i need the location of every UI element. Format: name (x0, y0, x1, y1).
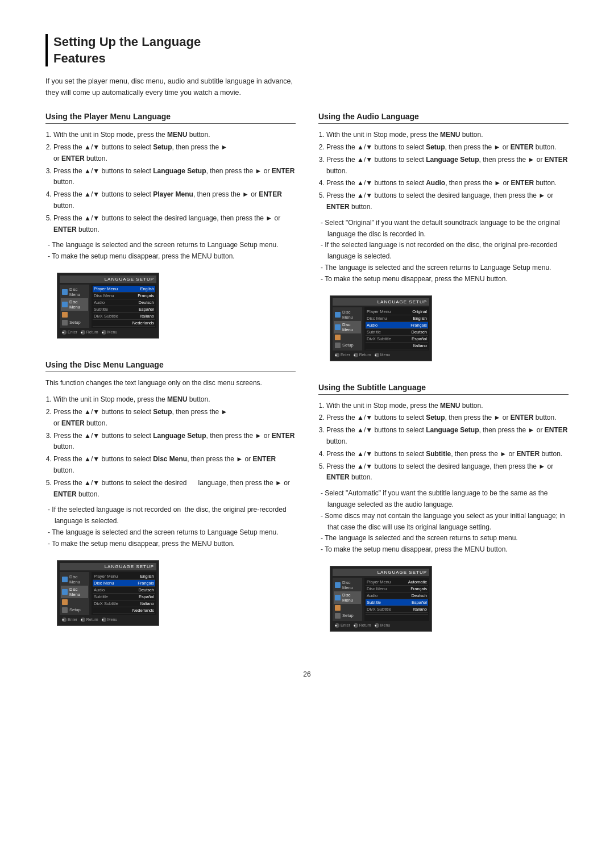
step-1: With the unit in Stop mode, press the ME… (53, 130, 296, 141)
step-5: Press the ▲/▼ buttons to select the desi… (53, 213, 296, 236)
screen-header-3: LANGUAGE SETUP (333, 298, 429, 306)
audio-step-3: Press the ▲/▼ buttons to select Language… (326, 155, 569, 177)
player-menu-notes: The language is selected and the screen … (48, 240, 296, 262)
screen-left-4: Disc Menu Disc Menu Setup (333, 578, 362, 621)
btn-menu-1: ● Menu (102, 330, 118, 335)
section-disc-menu: Using the Disc Menu Language This functi… (45, 360, 296, 632)
sub-step-1: With the unit in Stop mode, press the ME… (326, 400, 569, 412)
left-item-3-4: Setup (334, 341, 361, 349)
disc-note-3: To make the setup menu disappear, press … (48, 539, 296, 550)
disc-menu-steps: With the unit in Stop mode, press the ME… (53, 394, 296, 500)
btn-enter-2: ● Enter (62, 617, 77, 622)
disc-menu-screen: LANGUAGE SETUP Disc Menu Disc Menu Setup… (57, 560, 159, 626)
screen-body-4: Disc Menu Disc Menu Setup Player MenuAut… (333, 578, 429, 621)
note-2: To make the setup menu disappear, press … (48, 251, 296, 262)
disc-screen-row-1: Player MenuEnglish (93, 573, 155, 580)
sub-step-2: Press the ▲/▼ buttons to select Setup, t… (326, 412, 569, 424)
sub-note-3: The language is selected and the screen … (321, 533, 569, 544)
player-menu-screen: LANGUAGE SETUP Disc Menu Disc Menu Setup… (57, 273, 159, 339)
screen-row-2: Disc MenuFrançais (93, 293, 155, 299)
screen-row-4: SubtitleEspañol (93, 306, 155, 313)
screen-footer-1: ● Enter ● Return ● Menu (60, 329, 156, 336)
sub-screen-row-6 (366, 613, 428, 615)
disc-step-1: With the unit in Stop mode, press the ME… (53, 394, 296, 406)
page-container: Setting Up the Language Features If you … (45, 34, 569, 678)
disc-note-2: The language is selected and the screen … (48, 527, 296, 539)
screen-body-1: Disc Menu Disc Menu Setup Player MenuEng… (60, 285, 156, 328)
screen-left-2: Disc Menu Disc Menu Setup (60, 572, 89, 615)
screen-right-1: Player MenuEnglish Disc MenuFrançais Aud… (92, 285, 156, 328)
btn-menu-2: ● Menu (102, 617, 118, 622)
two-col-layout: Using the Player Menu Language With the … (45, 112, 569, 653)
left-item-setup: Setup (61, 319, 88, 327)
disc-screen-row-3: AudioDeutsch (93, 587, 155, 594)
btn-return-1: ● Return (81, 330, 98, 335)
left-item-2-1: Disc Menu (61, 573, 88, 586)
audio-screen-row-5: DivX SubtitleEspañol (366, 336, 428, 343)
left-item-disc-menu-2: Disc Menu (61, 298, 88, 311)
left-item-3-1: Disc Menu (334, 308, 361, 321)
disc-screen-row-4: SubtitleEspañol (93, 594, 155, 600)
btn-menu-4: ● Menu (375, 623, 391, 628)
subtitle-notes: Select "Automatic" if you want the subti… (321, 488, 569, 556)
screen-footer-3: ● Enter ● Return ● Menu (333, 352, 429, 358)
audio-step-4: Press the ▲/▼ buttons to select Audio, t… (326, 178, 569, 189)
step-2: Press the ▲/▼ buttons to select Setup, t… (53, 142, 296, 165)
sub-note-2: Some discs may not contain the language … (321, 511, 569, 533)
section-disc-menu-title: Using the Disc Menu Language (45, 360, 296, 372)
sub-step-4: Press the ▲/▼ buttons to select Subtitle… (326, 449, 569, 460)
screen-header-2: LANGUAGE SETUP (60, 563, 156, 570)
left-item-4-1: Disc Menu (334, 579, 361, 591)
audio-step-1: With the unit in Stop mode, press the ME… (326, 130, 569, 141)
screen-row-5: DivX SubtitleItaliano (93, 313, 155, 320)
section-audio: Using the Audio Language With the unit i… (318, 112, 569, 366)
audio-steps: With the unit in Stop mode, press the ME… (326, 130, 569, 213)
left-item-3-2: Disc Menu (334, 321, 361, 333)
player-menu-steps: With the unit in Stop mode, press the ME… (53, 130, 296, 235)
section-audio-title: Using the Audio Language (318, 112, 569, 124)
screen-header-1: LANGUAGE SETUP (60, 276, 156, 283)
screen-left-3: Disc Menu Disc Menu Setup (333, 307, 362, 350)
section-subtitle-title: Using the Subtitle Language (318, 383, 569, 395)
btn-return-2: ● Return (81, 617, 98, 622)
left-column: Using the Player Menu Language With the … (45, 112, 296, 653)
audio-screen: LANGUAGE SETUP Disc Menu Disc Menu Setup… (330, 295, 432, 361)
screen-footer-2: ● Enter ● Return ● Menu (60, 616, 156, 623)
page-title: Setting Up the Language Features (45, 34, 569, 66)
sub-screen-row-4: SubtitleEspañol (366, 599, 428, 606)
disc-step-2: Press the ▲/▼ buttons to select Setup, t… (53, 407, 296, 429)
subtitle-steps: With the unit in Stop mode, press the ME… (326, 400, 569, 484)
page-number: 26 (45, 670, 569, 678)
audio-screen-row-2: Disc MenuEnglish (366, 315, 428, 322)
btn-return-3: ● Return (354, 353, 371, 357)
btn-enter-1: ● Enter (62, 330, 77, 335)
sub-step-5: Press the ▲/▼ buttons to select the desi… (326, 461, 569, 484)
btn-enter-4: ● Enter (335, 623, 350, 628)
audio-screen-row-3: AudioFrançais (366, 322, 428, 329)
sub-screen-row-2: Disc MenuFrançais (366, 586, 428, 592)
disc-menu-notes: If the selected language is not recorded… (48, 504, 296, 549)
audio-note-3: The language is selected and the screen … (321, 262, 569, 274)
section-player-menu: Using the Player Menu Language With the … (45, 112, 296, 344)
audio-step-5: Press the ▲/▼ buttons to select the desi… (326, 190, 569, 213)
screen-right-3: Player MenuOriginal Disc MenuEnglish Aud… (364, 307, 429, 350)
step-3: Press the ▲/▼ buttons to select Language… (53, 166, 296, 189)
audio-note-4: To make the setup menu disappear, press … (321, 274, 569, 285)
screen-row-6: Nederlands (93, 320, 155, 327)
audio-note-2: If the selected language is not recorded… (321, 240, 569, 262)
sub-screen-row-3: AudioDeutsch (366, 592, 428, 599)
left-item-4-2: Disc Menu (334, 591, 361, 604)
section-subtitle: Using the Subtitle Language With the uni… (318, 383, 569, 637)
sub-screen-row-1: Player MenuAutomatic (366, 579, 428, 586)
disc-step-4: Press the ▲/▼ buttons to select Disc Men… (53, 454, 296, 477)
note-1: The language is selected and the screen … (48, 240, 296, 251)
left-item-2-2: Disc Menu (61, 586, 88, 598)
screen-left-1: Disc Menu Disc Menu Setup (60, 285, 89, 328)
intro-text: If you set the player menu, disc menu, a… (45, 76, 296, 98)
audio-notes: Select "Original" if you want the defaul… (321, 218, 569, 285)
sub-note-1: Select "Automatic" if you want the subti… (321, 488, 569, 511)
left-item-4-4: Setup (334, 612, 361, 620)
left-item-audio (61, 311, 88, 319)
disc-screen-row-6: Nederlands (93, 607, 155, 614)
btn-menu-3: ● Menu (375, 353, 391, 357)
